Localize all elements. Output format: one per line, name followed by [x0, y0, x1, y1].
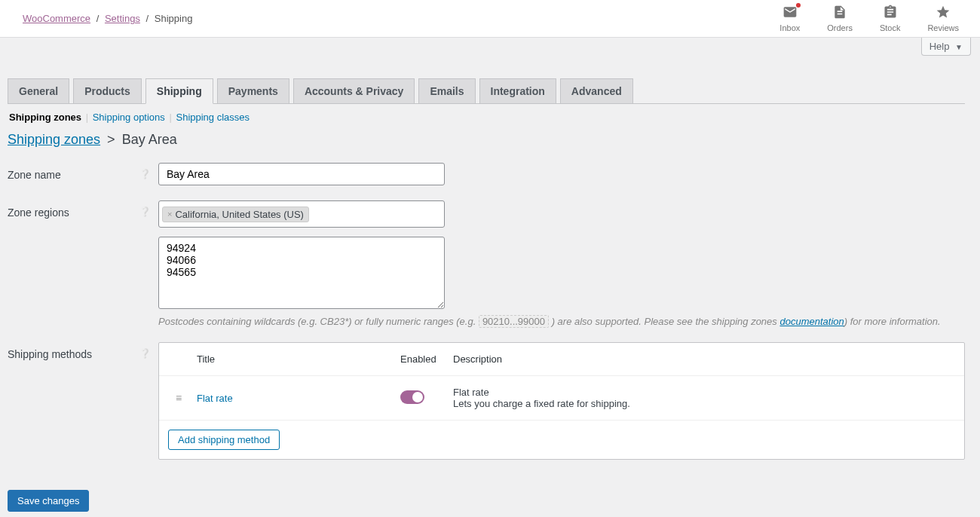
tab-general[interactable]: General	[8, 78, 69, 103]
save-changes-button[interactable]: Save changes	[8, 490, 89, 512]
zone-name-input[interactable]	[158, 163, 445, 185]
stock-icon	[883, 5, 898, 22]
zone-regions-select[interactable]: × California, United States (US)	[158, 200, 445, 228]
breadcrumb-settings[interactable]: Settings	[105, 13, 140, 24]
documentation-link[interactable]: documentation	[779, 316, 844, 327]
shipping-methods-table: Title Enabled Description ≡ Flat rate Fl…	[158, 342, 965, 460]
heading-shipping-zones-link[interactable]: Shipping zones	[8, 132, 100, 147]
help-icon[interactable]: ❔	[139, 206, 151, 217]
tab-integration[interactable]: Integration	[479, 78, 556, 103]
tab-advanced[interactable]: Advanced	[560, 78, 633, 103]
tab-accounts-privacy[interactable]: Accounts & Privacy	[293, 78, 415, 103]
tab-payments[interactable]: Payments	[217, 78, 289, 103]
method-title-link[interactable]: Flat rate	[197, 393, 233, 404]
table-row: ≡ Flat rate Flat rate Lets you charge a …	[159, 376, 964, 421]
page-heading: Shipping zones > Bay Area	[8, 132, 965, 148]
help-container: Help ▼	[0, 38, 980, 56]
topbar: WooCommerce / Settings / Shipping Inbox …	[0, 0, 980, 38]
tab-products[interactable]: Products	[73, 78, 142, 103]
subnav-zones[interactable]: Shipping zones	[9, 112, 81, 123]
help-icon[interactable]: ❔	[139, 169, 151, 179]
topbar-stock[interactable]: Stock	[874, 0, 907, 37]
col-enabled: Enabled	[400, 343, 453, 375]
shipping-methods-label: Shipping methods	[8, 348, 92, 360]
enabled-toggle[interactable]	[400, 390, 424, 404]
subnav-classes[interactable]: Shipping classes	[176, 112, 250, 123]
unread-dot-icon	[796, 3, 801, 8]
add-shipping-method-button[interactable]: Add shipping method	[168, 430, 280, 450]
tab-shipping[interactable]: Shipping	[145, 78, 213, 104]
topbar-inbox[interactable]: Inbox	[773, 0, 806, 37]
topbar-reviews[interactable]: Reviews	[921, 0, 965, 37]
topbar-actions: Inbox Orders Stock Reviews	[773, 0, 972, 37]
shipping-sub-nav: Shipping zones | Shipping options | Ship…	[8, 112, 965, 123]
drag-handle-icon[interactable]: ≡	[176, 392, 180, 404]
postcodes-hint: Postcodes containing wildcards (e.g. CB2…	[158, 316, 965, 327]
col-title: Title	[197, 343, 400, 375]
help-tab[interactable]: Help ▼	[921, 38, 971, 56]
orders-icon	[832, 5, 847, 22]
method-desc-text: Lets you charge a fixed rate for shippin…	[453, 398, 964, 409]
tab-emails[interactable]: Emails	[418, 78, 475, 103]
region-tag: × California, United States (US)	[162, 206, 309, 222]
inbox-icon	[782, 5, 798, 22]
col-description: Description	[453, 343, 964, 375]
breadcrumb-current: Shipping	[155, 13, 193, 24]
subnav-options[interactable]: Shipping options	[93, 112, 165, 123]
zone-name-label: Zone name	[8, 169, 61, 181]
breadcrumb-woocommerce[interactable]: WooCommerce	[23, 13, 90, 24]
settings-tabs: General Products Shipping Payments Accou…	[8, 78, 965, 104]
chevron-down-icon: ▼	[955, 43, 963, 51]
star-icon	[936, 5, 951, 22]
postcodes-textarea[interactable]	[158, 237, 445, 309]
breadcrumb: WooCommerce / Settings / Shipping	[23, 2, 192, 35]
method-desc-title: Flat rate	[453, 387, 964, 398]
help-icon[interactable]: ❔	[139, 348, 151, 359]
heading-zone-name: Bay Area	[122, 132, 177, 147]
remove-tag-icon[interactable]: ×	[167, 210, 172, 219]
zone-regions-label: Zone regions	[8, 206, 69, 219]
topbar-orders[interactable]: Orders	[821, 0, 859, 37]
